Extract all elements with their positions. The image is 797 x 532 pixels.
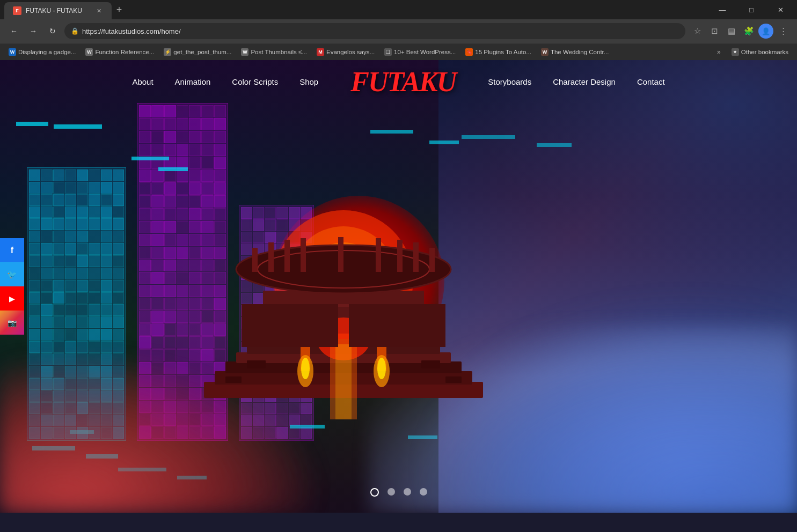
bookmark-item-3[interactable]: ⚡ get_the_post_thum... — [159, 47, 236, 57]
svg-rect-30 — [338, 237, 343, 272]
tab-bar-row: F FUTAKU - FUTAKU ✕ + — [4, 0, 708, 19]
nav-left: About Animation Color Scripts Shop — [132, 77, 318, 86]
bookmark-item-5[interactable]: M Evangelos says... — [312, 47, 379, 57]
nav-shop[interactable]: Shop — [299, 77, 318, 86]
social-sidebar: f 🐦 ▶ 📷 — [0, 238, 24, 335]
bookmark-other-label: Other bookmarks — [741, 49, 788, 55]
svg-rect-23 — [349, 304, 445, 347]
bookmark-label-7: 15 Plugins To Auto... — [475, 49, 531, 55]
bookmark-item-8[interactable]: W The Wedding Contr... — [537, 47, 613, 57]
svg-rect-35 — [247, 360, 266, 368]
svg-rect-22 — [242, 304, 338, 347]
back-button[interactable]: ← — [6, 24, 21, 39]
cast-button[interactable]: ⊡ — [707, 24, 722, 39]
instagram-icon: 📷 — [8, 319, 17, 327]
site-logo[interactable]: FUTAKU — [350, 66, 456, 98]
bookmark-icon-5: M — [317, 48, 324, 56]
minimize-button[interactable]: — — [710, 0, 735, 19]
bookmark-label-6: 10+ Best WordPress... — [394, 49, 456, 55]
tab-title: FUTAKU - FUTAKU — [26, 7, 82, 14]
pixel-float-3 — [131, 157, 169, 160]
new-tab-button[interactable]: + — [112, 2, 127, 17]
url-text: https://futakustudios.com/home/ — [82, 27, 181, 35]
website-content: // Generate grid cells dynamically — [0, 60, 797, 513]
city-architecture-svg — [172, 114, 515, 457]
sidebar-button[interactable]: ▤ — [724, 24, 739, 39]
svg-point-18 — [377, 358, 386, 379]
pixel-float-1 — [16, 122, 48, 126]
forward-button[interactable]: → — [26, 24, 41, 39]
svg-rect-20 — [335, 344, 352, 419]
youtube-button[interactable]: ▶ — [0, 286, 24, 311]
address-bar[interactable]: 🔒 https://futakustudios.com/home/ — [64, 23, 685, 39]
bookmark-other-icon: ★ — [732, 48, 739, 56]
svg-rect-28 — [284, 240, 290, 272]
bookmark-star-button[interactable]: ☆ — [690, 24, 705, 39]
bookmark-icon-2: W — [85, 48, 93, 56]
dot-4[interactable] — [420, 488, 427, 496]
active-tab[interactable]: F FUTAKU - FUTAKU ✕ — [4, 2, 112, 19]
tab-favicon: F — [13, 6, 21, 15]
pixel-float-2 — [54, 124, 102, 129]
bookmark-item-2[interactable]: W Function Reference... — [81, 47, 158, 57]
facebook-button[interactable]: f — [0, 238, 24, 262]
bookmark-icon-1: W — [9, 48, 16, 56]
slideshow-dots — [370, 488, 427, 497]
svg-rect-34 — [429, 248, 435, 272]
nav-color-scripts[interactable]: Color Scripts — [232, 77, 278, 86]
bookmark-label-2: Function Reference... — [95, 49, 154, 55]
svg-rect-38 — [445, 376, 462, 383]
bookmark-icon-6: ❑ — [384, 48, 392, 56]
nav-animation[interactable]: Animation — [175, 77, 211, 86]
close-button[interactable]: ✕ — [768, 0, 793, 19]
window-controls: — □ ✕ — [710, 0, 793, 19]
nav-character-design[interactable]: Character Design — [553, 77, 616, 86]
site-nav: About Animation Color Scripts Shop FUTAK… — [0, 60, 797, 103]
pixel-float-8 — [537, 143, 572, 147]
bookmark-label-5: Evangelos says... — [326, 49, 375, 55]
svg-rect-27 — [268, 242, 274, 272]
bookmark-item-1[interactable]: W Displaying a gadge... — [4, 47, 80, 57]
instagram-button[interactable]: 📷 — [0, 311, 24, 335]
bookmarks-bar: W Displaying a gadge... W Function Refer… — [0, 43, 797, 60]
extensions-button[interactable]: 🧩 — [741, 24, 756, 39]
bookmarks-more-button[interactable]: » — [714, 47, 724, 57]
bookmark-icon-8: W — [541, 48, 549, 56]
bookmark-icon-7: 🔖 — [465, 48, 473, 56]
nav-storyboards[interactable]: Storyboards — [488, 77, 531, 86]
tab-close-button[interactable]: ✕ — [94, 6, 103, 15]
youtube-icon: ▶ — [9, 294, 15, 303]
bookmark-label-4: Post Thumbnails ≤... — [251, 49, 307, 55]
bookmark-label-3: get_the_post_thum... — [173, 49, 231, 55]
bookmark-icon-3: ⚡ — [164, 48, 171, 56]
svg-rect-37 — [225, 376, 242, 383]
bookmark-item-6[interactable]: ❑ 10+ Best WordPress... — [380, 47, 460, 57]
dot-1[interactable] — [370, 488, 379, 497]
bookmark-other[interactable]: ★ Other bookmarks — [727, 47, 793, 57]
nav-right: Storyboards Character Design Contact — [488, 77, 664, 86]
svg-rect-32 — [397, 240, 403, 272]
nav-about[interactable]: About — [132, 77, 153, 86]
facebook-icon: f — [11, 246, 13, 255]
nav-contact[interactable]: Contact — [637, 77, 665, 86]
nav-bar: ← → ↻ 🔒 https://futakustudios.com/home/ … — [0, 19, 797, 43]
svg-point-17 — [301, 358, 310, 379]
maximize-button[interactable]: □ — [739, 0, 764, 19]
bookmark-icon-4: W — [241, 48, 248, 56]
bookmark-item-4[interactable]: W Post Thumbnails ≤... — [237, 47, 311, 57]
svg-rect-33 — [413, 242, 419, 272]
lock-icon: 🔒 — [71, 27, 79, 35]
more-menu-button[interactable]: ⋮ — [776, 24, 791, 39]
svg-rect-31 — [376, 238, 381, 272]
bookmark-label-1: Displaying a gadge... — [18, 49, 76, 55]
profile-button[interactable]: 👤 — [758, 24, 773, 39]
refresh-button[interactable]: ↻ — [45, 24, 60, 39]
svg-rect-29 — [301, 238, 306, 272]
nav-actions: ☆ ⊡ ▤ 🧩 👤 ⋮ — [690, 24, 791, 39]
dot-2[interactable] — [387, 488, 395, 496]
bookmark-label-8: The Wedding Contr... — [551, 49, 609, 55]
twitter-button[interactable]: 🐦 — [0, 262, 24, 286]
browser-chrome: F FUTAKU - FUTAKU ✕ + — □ ✕ ← → ↻ 🔒 http… — [0, 0, 797, 60]
dot-3[interactable] — [404, 488, 411, 496]
bookmark-item-7[interactable]: 🔖 15 Plugins To Auto... — [461, 47, 536, 57]
